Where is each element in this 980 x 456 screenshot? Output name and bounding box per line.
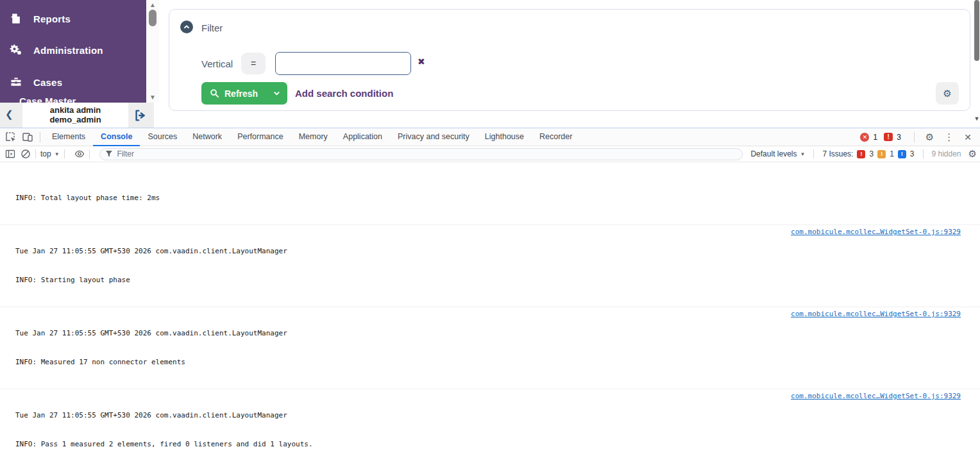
remove-condition-icon[interactable]: ✖ [418,56,425,67]
collapse-panel-button[interactable] [180,21,193,33]
context-label: top [40,149,51,158]
add-search-condition-link[interactable]: Add search condition [295,88,393,99]
console-row[interactable]: Tue Jan 27 11:05:55 GMT+530 2026 com.vaa… [0,307,980,389]
issue-count: 3 [897,133,901,142]
info-issues-count: 3 [910,149,915,158]
app-region: Reports Administration Cases Case Master… [0,0,980,128]
page-error-issues-count: 3 [869,149,874,158]
console-filter-input[interactable] [117,149,737,158]
clear-console-icon[interactable] [21,149,31,159]
log-timestamp: Tue Jan 27 11:05:55 GMT+530 2026 com.vaa… [15,410,313,420]
scrollbar-thumb[interactable] [149,10,156,26]
divider [64,149,65,158]
inspect-element-icon[interactable] [5,131,17,143]
chevron-down-icon[interactable] [273,90,280,97]
issues-summary-label[interactable]: 7 Issues: [822,149,853,158]
log-message: INFO: Pass 1 measured 2 elements, fired … [15,439,313,449]
console-toolbar: top ▼ Default levels ▼ [0,146,980,162]
log-message: INFO: Starting layout phase [15,275,287,285]
page-scroll-down-icon[interactable]: ▼ [974,115,980,122]
hidden-messages-label[interactable]: 9 hidden [932,149,961,158]
user-account-box[interactable]: ankita admin demo_admin [22,103,128,128]
caret-down-icon: ▼ [55,151,60,157]
console-error-icon[interactable]: ✕ [860,133,869,142]
caret-down-icon: ▼ [800,151,805,157]
tab-memory[interactable]: Memory [291,128,335,146]
sidebar-item-cases[interactable]: Cases [0,71,146,93]
gears-icon [10,44,22,56]
log-timestamp: Tue Jan 27 11:05:55 GMT+530 2026 com.vaa… [15,328,287,338]
console-sidebar-icon[interactable] [5,149,15,159]
tab-elements[interactable]: Elements [44,128,93,146]
page-scrollbar-thumb[interactable] [974,0,979,61]
console-settings-icon[interactable]: ⚙ [965,148,980,160]
javascript-context-dropdown[interactable]: top ▼ [40,149,60,158]
vertical-field-label: Vertical [201,58,233,69]
divider [35,149,36,158]
filter-panel-title: Filter [201,22,223,33]
user-name: ankita admin [50,106,101,115]
briefcase-icon [10,76,22,89]
console-row[interactable]: INFO: Total layout phase time: 2ms [0,162,980,225]
log-message: INFO: Measured 17 non connector elements [15,357,287,367]
warning-issues-icon[interactable]: ! [877,150,886,158]
error-count: 1 [873,133,877,142]
page-error-issues-icon[interactable]: ! [857,150,865,158]
funnel-icon [105,150,113,158]
user-bar: ❮ ankita admin demo_admin [0,103,154,128]
devtools-menu-icon[interactable]: ⋮ [941,131,957,143]
warning-issues-count: 1 [890,149,894,158]
devtools-close-icon[interactable]: ✕ [961,132,975,142]
divider [89,149,90,158]
log-levels-dropdown[interactable]: Default levels ▼ [750,149,805,158]
user-id: demo_admin [49,115,101,125]
source-link[interactable]: com.mobicule.mcollec…WidgetSet-0.js:9329 [791,227,961,237]
tab-recorder[interactable]: Recorder [532,128,580,146]
tab-network[interactable]: Network [185,128,230,146]
page-scrollbar[interactable]: ▼ [974,0,980,123]
divider [914,132,915,142]
tab-sources[interactable]: Sources [140,128,185,146]
sidebar-subitem-case-master[interactable]: Case Master [19,96,76,103]
device-toolbar-icon[interactable] [22,131,33,143]
tab-lighthouse[interactable]: Lighthouse [477,128,532,146]
back-chevron-icon[interactable]: ❮ [5,108,13,120]
vertical-value-input[interactable] [275,52,411,75]
panel-settings-button[interactable]: ⚙ [936,82,959,105]
devtools-settings-icon[interactable]: ⚙ [922,131,937,143]
console-row[interactable]: Tue Jan 27 11:05:55 GMT+530 2026 com.vaa… [0,225,980,307]
tab-performance[interactable]: Performance [230,128,291,146]
scroll-down-arrow-icon[interactable]: ▼ [146,94,159,101]
console-filter-box[interactable] [99,148,743,160]
devtools-tabs: Elements Console Sources Network Perform… [44,128,580,146]
divider [40,132,40,142]
refresh-button-label: Refresh [224,89,258,99]
issues-icon[interactable]: ! [884,133,893,141]
devtools-tabbar: Elements Console Sources Network Perform… [0,128,980,146]
info-issues-icon[interactable]: ! [898,150,906,158]
divider [923,149,924,158]
tab-console[interactable]: Console [93,128,140,146]
live-expression-eye-icon[interactable] [74,149,85,159]
log-message: INFO: Total layout phase time: 2ms [15,193,160,203]
tab-privacy-and-security[interactable]: Privacy and security [390,128,477,146]
sidebar-scrollbar[interactable]: ▲ ▼ [146,0,159,103]
source-link[interactable]: com.mobicule.mcollec…WidgetSet-0.js:9329 [791,309,961,319]
devtools-panel: Elements Console Sources Network Perform… [0,128,980,456]
console-row[interactable]: Tue Jan 27 11:05:55 GMT+530 2026 com.vaa… [0,389,980,456]
console-toolbar-right: Default levels ▼ 7 Issues: ! 3 ! 1 ! 3 9… [750,148,980,160]
devtools-tabbar-right: ✕ 1 ! 3 ⚙ ⋮ ✕ [860,131,980,143]
source-link[interactable]: com.mobicule.mcollec…WidgetSet-0.js:9329 [791,391,961,401]
operator-selector[interactable]: = [241,53,266,74]
sidebar-item-reports[interactable]: Reports [0,8,146,30]
refresh-button[interactable]: Refresh [201,82,287,105]
sidebar-item-administration[interactable]: Administration [0,39,146,61]
tab-application[interactable]: Application [335,128,390,146]
search-icon [210,89,219,98]
logout-icon[interactable] [133,108,148,122]
report-icon [10,12,22,25]
console-log: INFO: Total layout phase time: 2ms Tue J… [0,162,980,456]
levels-label: Default levels [750,149,797,158]
scroll-up-arrow-icon[interactable]: ▲ [146,1,159,9]
screen: Reports Administration Cases Case Master… [0,0,980,456]
